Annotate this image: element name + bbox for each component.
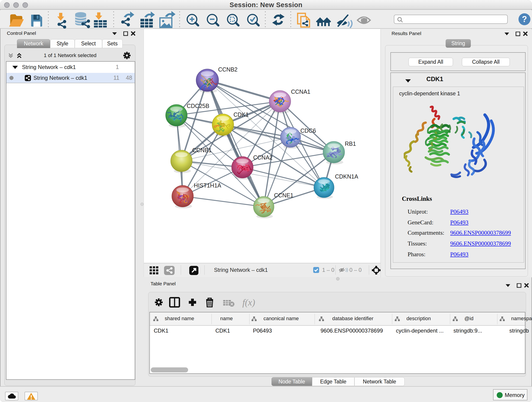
svg-text:CCNB1: CCNB1 — [192, 147, 212, 153]
svg-text:CDC6: CDC6 — [300, 128, 316, 134]
svg-text:CDKN1A: CDKN1A — [335, 173, 358, 180]
svg-text:CCNB2: CCNB2 — [218, 66, 238, 73]
svg-text:CCNE1: CCNE1 — [274, 192, 293, 198]
svg-text:HIST1H1A: HIST1H1A — [194, 182, 221, 189]
svg-text:?: ? — [522, 14, 527, 24]
svg-text:CDK1: CDK1 — [234, 111, 249, 118]
svg-text:RB1: RB1 — [345, 140, 356, 147]
svg-text:CCNA1: CCNA1 — [291, 89, 310, 95]
svg-text:f(x): f(x) — [242, 297, 255, 307]
svg-text:CCNA2: CCNA2 — [253, 154, 273, 161]
svg-text:CDC25B: CDC25B — [187, 103, 209, 109]
